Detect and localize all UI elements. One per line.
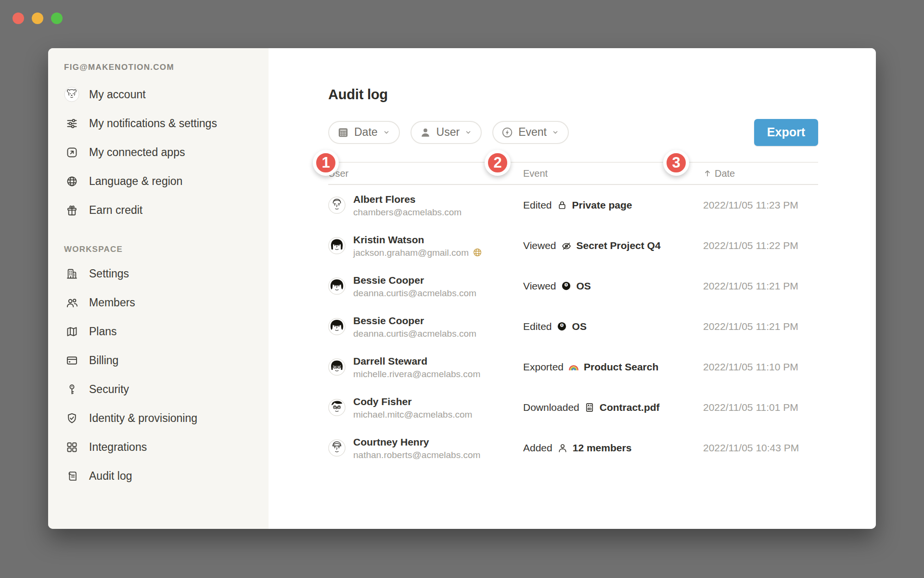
filter-toolbar: Date User Event: [328, 118, 818, 146]
user-cell: Bessie Cooper deanna.curtis@acmelabs.com: [328, 315, 523, 339]
table-header-row: User Event Date: [328, 163, 818, 185]
map-icon: [64, 324, 79, 339]
table-row: Courtney Henry nathan.roberts@acmelabs.c…: [328, 428, 818, 468]
user-avatar: [328, 358, 346, 376]
event-date: 2022/11/05 11:10 PM: [703, 361, 818, 373]
user-cell: Darrell Steward michelle.rivera@acmelabs…: [328, 355, 523, 380]
audit-log-table: 1 2 3 User Event Date: [328, 162, 818, 468]
sidebar-item-label: Security: [89, 382, 129, 396]
user-avatar: [328, 318, 346, 335]
sidebar-item-label: Plans: [89, 325, 117, 338]
page-title: Audit log: [328, 86, 818, 103]
user-name: Darrell Steward: [353, 355, 480, 368]
sidebar-item-plans[interactable]: Plans: [48, 317, 269, 346]
event-date: 2022/11/05 11:21 PM: [703, 321, 818, 332]
close-button[interactable]: [13, 13, 24, 24]
event-date: 2022/11/05 11:23 PM: [703, 199, 818, 211]
sidebar-item-connected-apps[interactable]: My connected apps: [48, 138, 269, 167]
sidebar-item-members[interactable]: Members: [48, 288, 269, 317]
guest-globe-icon: [472, 247, 483, 258]
table-row: Bessie Cooper deanna.curtis@acmelabs.com…: [328, 306, 818, 347]
user-email: jackson.graham@gmail.com: [353, 247, 469, 258]
event-cell: Exported Product Search: [523, 361, 703, 373]
event-date: 2022/11/05 11:21 PM: [703, 280, 818, 292]
user-cell: Bessie Cooper deanna.curtis@acmelabs.com: [328, 274, 523, 299]
user-name: Bessie Cooper: [353, 315, 476, 327]
event-cell: Downloaded Contract.pdf: [523, 402, 703, 413]
user-filter-button[interactable]: User: [411, 121, 482, 144]
annotation-badge-1: 1: [313, 150, 339, 176]
export-button[interactable]: Export: [754, 119, 818, 146]
gift-icon: [64, 202, 79, 218]
date-filter-button[interactable]: Date: [328, 121, 400, 144]
user-email: michelle.rivera@acmelabs.com: [353, 368, 480, 380]
user-cell: Courtney Henry nathan.roberts@acmelabs.c…: [328, 436, 523, 460]
arrow-up-right-icon: [64, 144, 79, 160]
event-verb: Viewed: [523, 280, 556, 292]
sidebar-item-label: Settings: [89, 267, 129, 280]
sidebar-item-label: My notifications & settings: [89, 117, 217, 130]
user-name: Cody Fisher: [353, 395, 472, 408]
user-email: deanna.curtis@acmelabs.com: [353, 288, 476, 299]
event-cell: Edited 8 OS: [523, 321, 703, 332]
credit-card-icon: [64, 353, 79, 368]
user-avatar: [328, 197, 346, 214]
eight-ball-icon: 8: [556, 321, 568, 332]
annotation-badge-2: 2: [485, 150, 511, 176]
sidebar-item-notifications-settings[interactable]: My notifications & settings: [48, 109, 269, 138]
user-avatar: [64, 87, 79, 102]
event-cell: Added 12 members: [523, 442, 703, 454]
column-header-date[interactable]: Date: [703, 168, 818, 179]
sidebar-item-label: Members: [89, 296, 135, 309]
sidebar-item-label: Integrations: [89, 440, 147, 454]
svg-text:8: 8: [565, 283, 567, 286]
event-verb: Edited: [523, 321, 552, 332]
sidebar-item-label: Language & region: [89, 174, 182, 188]
settings-window: FIG@MAKENOTION.COM My account My notific…: [48, 48, 876, 529]
person-icon: [419, 126, 432, 139]
user-email: michael.mitc@acmelabs.com: [353, 409, 472, 420]
event-object: 12 members: [573, 442, 632, 454]
globe-icon: [64, 173, 79, 189]
sidebar-item-label: Audit log: [89, 469, 132, 483]
event-cell: Viewed Secret Project Q4: [523, 240, 703, 251]
user-cell: Cody Fisher michael.mitc@acmelabs.com: [328, 395, 523, 420]
sidebar-item-security[interactable]: Security: [48, 375, 269, 404]
sidebar-item-earn-credit[interactable]: Earn credit: [48, 196, 269, 224]
sidebar-item-billing[interactable]: Billing: [48, 346, 269, 375]
sidebar-item-identity-provisioning[interactable]: Identity & provisioning: [48, 404, 269, 433]
minimize-button[interactable]: [32, 13, 43, 24]
sidebar-item-label: Billing: [89, 354, 118, 367]
sidebar-item-integrations[interactable]: Integrations: [48, 433, 269, 461]
zoom-button[interactable]: [51, 13, 63, 24]
event-object: Private page: [572, 199, 632, 211]
event-cell: Viewed 8 OS: [523, 280, 703, 292]
sidebar-item-label: My connected apps: [89, 145, 185, 159]
sidebar-item-audit-log[interactable]: Audit log: [48, 461, 269, 490]
calendar-icon: [337, 126, 349, 139]
event-filter-button[interactable]: Event: [492, 121, 569, 144]
event-verb: Viewed: [523, 240, 556, 251]
user-name: Kristin Watson: [353, 234, 483, 246]
audit-log-icon: [64, 468, 79, 484]
sidebar-item-language-region[interactable]: Language & region: [48, 167, 269, 196]
event-cell: Edited Private page: [523, 199, 703, 211]
table-row: Kristin Watson jackson.graham@gmail.com …: [328, 225, 818, 266]
event-date: 2022/11/05 10:43 PM: [703, 442, 818, 454]
user-name: Courtney Henry: [353, 436, 480, 448]
event-verb: Downloaded: [523, 402, 579, 413]
members-icon: [64, 295, 79, 310]
table-row: Albert Flores chambers@acmelabs.com Edit…: [328, 185, 818, 225]
table-row: Darrell Steward michelle.rivera@acmelabs…: [328, 347, 818, 387]
event-object: OS: [577, 280, 591, 292]
table-row: Cody Fisher michael.mitc@acmelabs.com Do…: [328, 387, 818, 428]
svg-text:8: 8: [561, 324, 563, 327]
user-email: chambers@acmelabs.com: [353, 207, 462, 218]
key-icon: [64, 381, 79, 397]
chevron-down-icon: [383, 129, 390, 136]
filter-label: User: [436, 126, 460, 139]
filter-label: Date: [354, 126, 378, 139]
event-object: Secret Project Q4: [577, 240, 661, 251]
sidebar-item-my-account[interactable]: My account: [48, 80, 269, 109]
sidebar-item-settings[interactable]: Settings: [48, 259, 269, 288]
